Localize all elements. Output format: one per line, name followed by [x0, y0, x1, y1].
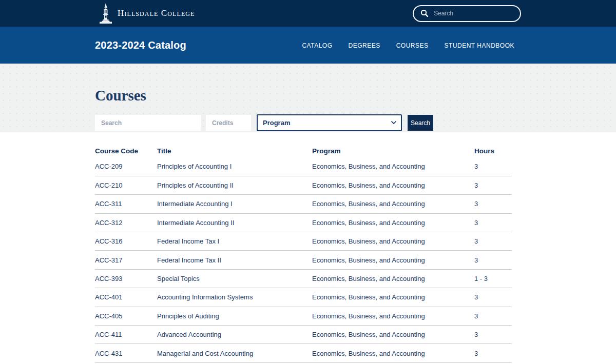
course-program-cell: Economics, Business, and Accounting	[312, 307, 474, 325]
catalog-title[interactable]: 2023-2024 Catalog	[95, 39, 186, 51]
course-hours-cell: 3	[474, 251, 512, 269]
course-hours-cell: 3	[474, 157, 512, 176]
course-hours-cell: 3	[474, 326, 512, 344]
course-search-input[interactable]	[95, 115, 201, 131]
table-row: ACC-311Intermediate Accounting IEconomic…	[95, 195, 512, 213]
brand[interactable]: Hillsdale College	[99, 3, 195, 24]
course-program-cell: Economics, Business, and Accounting	[312, 288, 474, 307]
top-bar: Hillsdale College	[0, 0, 616, 27]
col-program: Program	[312, 147, 474, 157]
catalog-nav-bar: 2023-2024 Catalog CATALOG DEGREES COURSE…	[0, 27, 616, 64]
course-title-cell: Intermediate Accounting I	[157, 195, 312, 213]
table-row: ACC-431Managerial and Cost AccountingEco…	[95, 344, 512, 362]
course-code-cell[interactable]: ACC-316	[95, 232, 157, 251]
nav-courses[interactable]: COURSES	[396, 42, 429, 49]
course-code-cell[interactable]: ACC-393	[95, 269, 157, 288]
table-row: ACC-401Accounting Information SystemsEco…	[95, 288, 512, 307]
course-hours-cell: 3	[474, 176, 512, 194]
course-hours-cell: 3	[474, 288, 512, 307]
table-row: ACC-210Principles of Accounting IIEconom…	[95, 176, 512, 194]
course-program-cell: Economics, Business, and Accounting	[312, 157, 474, 176]
course-title-cell: Federal Income Tax I	[157, 232, 312, 251]
courses-table-section: Course Code Title Program Hours ACC-209P…	[0, 132, 616, 363]
table-header-row: Course Code Title Program Hours	[95, 147, 512, 157]
course-code-cell[interactable]: ACC-210	[95, 176, 157, 194]
col-hours: Hours	[474, 147, 512, 157]
course-code-cell[interactable]: ACC-411	[95, 326, 157, 344]
program-select-wrap: Program	[257, 114, 402, 131]
course-program-cell: Economics, Business, and Accounting	[312, 232, 474, 251]
credits-input[interactable]	[206, 115, 251, 131]
brand-wordmark: Hillsdale College	[118, 8, 195, 18]
table-row: ACC-209Principles of Accounting IEconomi…	[95, 157, 512, 176]
course-code-cell[interactable]: ACC-431	[95, 344, 157, 362]
course-code-cell[interactable]: ACC-209	[95, 157, 157, 176]
page-title: Courses	[95, 88, 521, 103]
course-hours-cell: 3	[474, 232, 512, 251]
filter-section: Courses Program Search	[0, 64, 616, 132]
course-hours-cell: 1 - 3	[474, 269, 512, 288]
course-code-cell[interactable]: ACC-405	[95, 307, 157, 325]
table-row: ACC-411Advanced AccountingEconomics, Bus…	[95, 326, 512, 344]
course-hours-cell: 3	[474, 213, 512, 232]
search-icon	[420, 9, 429, 17]
course-hours-cell: 3	[474, 195, 512, 213]
header-search-input[interactable]	[434, 10, 506, 17]
nav-degrees[interactable]: DEGREES	[349, 42, 380, 49]
table-row: ACC-405Principles of AuditingEconomics, …	[95, 307, 512, 325]
header-search[interactable]	[413, 5, 521, 22]
course-program-cell: Economics, Business, and Accounting	[312, 213, 474, 232]
course-title-cell: Special Topics	[157, 269, 312, 288]
course-title-cell: Intermediate Accounting II	[157, 213, 312, 232]
nav-student-handbook[interactable]: STUDENT HANDBOOK	[445, 42, 514, 49]
course-title-cell: Advanced Accounting	[157, 326, 312, 344]
nav-catalog[interactable]: CATALOG	[302, 42, 332, 49]
program-select[interactable]: Program	[257, 114, 402, 131]
course-program-cell: Economics, Business, and Accounting	[312, 195, 474, 213]
course-title-cell: Accounting Information Systems	[157, 288, 312, 307]
table-row: ACC-312Intermediate Accounting IIEconomi…	[95, 213, 512, 232]
col-course-code: Course Code	[95, 147, 157, 157]
table-row: ACC-316Federal Income Tax IEconomics, Bu…	[95, 232, 512, 251]
course-title-cell: Managerial and Cost Accounting	[157, 344, 312, 362]
courses-table: Course Code Title Program Hours ACC-209P…	[95, 147, 512, 363]
tower-logo-icon	[99, 3, 112, 24]
course-program-cell: Economics, Business, and Accounting	[312, 176, 474, 194]
course-title-cell: Federal Income Tax II	[157, 251, 312, 269]
course-program-cell: Economics, Business, and Accounting	[312, 344, 474, 362]
course-title-cell: Principles of Accounting I	[157, 157, 312, 176]
filter-search-button[interactable]: Search	[408, 115, 433, 131]
course-program-cell: Economics, Business, and Accounting	[312, 269, 474, 288]
catalog-nav-links: CATALOG DEGREES COURSES STUDENT HANDBOOK	[302, 41, 521, 50]
course-code-cell[interactable]: ACC-317	[95, 251, 157, 269]
course-hours-cell: 3	[474, 307, 512, 325]
course-hours-cell: 3	[474, 344, 512, 362]
col-title: Title	[157, 147, 312, 157]
course-code-cell[interactable]: ACC-312	[95, 213, 157, 232]
table-row: ACC-393Special TopicsEconomics, Business…	[95, 269, 512, 288]
course-program-cell: Economics, Business, and Accounting	[312, 326, 474, 344]
table-row: ACC-317Federal Income Tax IIEconomics, B…	[95, 251, 512, 269]
course-title-cell: Principles of Accounting II	[157, 176, 312, 194]
course-program-cell: Economics, Business, and Accounting	[312, 251, 474, 269]
course-code-cell[interactable]: ACC-401	[95, 288, 157, 307]
course-code-cell[interactable]: ACC-311	[95, 195, 157, 213]
course-title-cell: Principles of Auditing	[157, 307, 312, 325]
